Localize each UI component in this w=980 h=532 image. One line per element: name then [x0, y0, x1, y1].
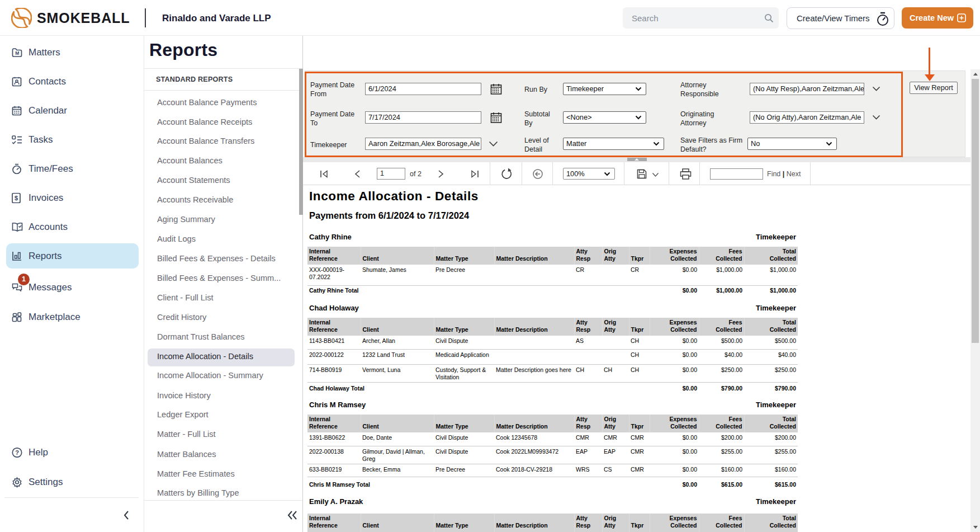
svg-text:?: ? — [15, 449, 19, 456]
svg-text:M: M — [15, 50, 19, 56]
svg-text:$: $ — [15, 195, 18, 201]
